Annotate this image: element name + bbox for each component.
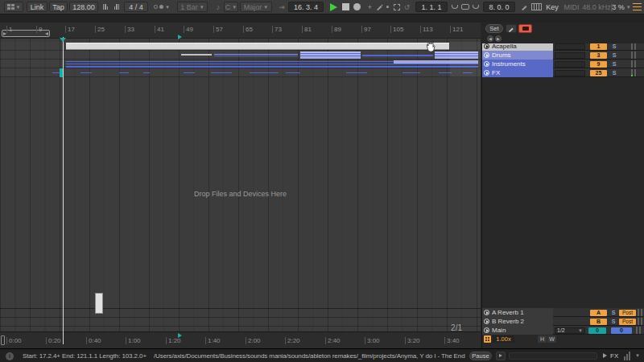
loop-button[interactable] [460,2,470,12]
punch-out-button[interactable] [472,2,480,12]
track-activator[interactable]: 9 [590,61,607,68]
track-fold-icon[interactable] [484,61,489,67]
fx-clip-fragment[interactable] [402,72,420,73]
time-ruler[interactable]: 0:000:200:401:001:201:402:002:202:403:00… [0,331,481,348]
link-button[interactable]: Link [27,2,47,12]
send-a-button[interactable]: A [590,310,607,316]
track-activator[interactable]: 25 [590,70,607,76]
time-ruler-handle[interactable] [1,335,5,345]
solo-button[interactable]: S [609,52,619,59]
zoom-amount-field[interactable]: 1.00x [493,335,514,343]
play-button[interactable] [328,2,338,12]
pause-analysis-button[interactable]: Pause [469,352,492,360]
tempo-field[interactable]: 128.00 [69,2,98,12]
analysis-resume-button[interactable] [496,352,506,360]
fold-icon[interactable] [484,319,489,324]
capture-midi-button[interactable] [392,2,402,12]
stop-button[interactable] [341,2,350,12]
quantize-menu[interactable]: 1 Bar▼ [177,2,208,12]
clip-lane-acapella[interactable] [0,42,481,51]
clip[interactable] [300,51,361,59]
main-track-row[interactable]: Main 1/2▼ 0 0 [482,326,644,335]
track-header-instruments[interactable]: Instruments9S [482,60,644,68]
tap-tempo-button[interactable]: Tap [49,2,68,12]
clip[interactable] [214,54,298,57]
main-volume-knob[interactable]: 0 [611,327,632,334]
solo-button[interactable]: S [609,319,617,325]
fx-clip-fragment[interactable] [80,72,92,73]
track-header-fx[interactable]: FX25S [482,68,644,77]
fx-clip-fragment[interactable] [119,72,129,73]
clip[interactable] [181,54,212,56]
play-start-marker-top[interactable] [178,35,182,39]
zoom-width-button[interactable]: W [547,335,556,343]
beat-time-ruler[interactable]: 191725334149576573818997105113121 [0,23,481,39]
play-start-marker-bottom[interactable] [178,333,182,338]
track-fold-icon[interactable] [484,52,489,58]
insert-marker-triangle[interactable] [60,38,66,42]
control-surface-button[interactable]: ▼ [4,2,23,12]
fx-clip-fragment[interactable] [52,72,60,73]
overdub-button[interactable]: + [366,2,374,12]
clip-lane-instruments[interactable] [0,60,481,68]
follow-button[interactable]: ⇥ [277,2,287,12]
track-activator[interactable]: 1 [590,43,607,50]
loop-start-field[interactable]: 1. 1. 1 [415,2,448,12]
set-locator-button[interactable]: Set [485,24,503,33]
return-track-a[interactable]: A Reverb 1 A S Post [482,308,644,317]
pre-post-toggle[interactable]: Post [619,310,636,316]
track-header-drums[interactable]: Drums3S [482,51,644,60]
grid-size-menu[interactable]: 1/2▼ [555,327,585,334]
re-enable-automation-button[interactable] [385,2,390,12]
draw-automation-button[interactable] [506,24,517,33]
zoom-height-button[interactable]: H [538,335,547,343]
arrangement-area[interactable]: Drop Files and Devices Here 2/1 [0,39,481,331]
cue-volume-knob[interactable]: 0 [588,327,606,334]
key-scale-menu[interactable]: Major▼ [240,2,272,12]
dragged-clip-ghost[interactable] [95,293,103,314]
draw-mode-button[interactable] [520,2,528,12]
menu-button[interactable] [632,2,642,12]
computer-midi-keyboard-button[interactable] [530,2,543,12]
track-fold-icon[interactable] [484,43,489,49]
fx-label[interactable]: FX [610,352,618,360]
time-signature-field[interactable]: 4 / 4 [124,2,148,12]
session-record-button[interactable]: ↺ [402,2,411,12]
loop-length-field[interactable]: 8. 0. 0 [483,2,515,12]
metronome-button[interactable]: ▼ [151,2,172,12]
output-meter-icon[interactable] [624,352,630,360]
punch-in-button[interactable] [451,2,459,12]
nudge-down-button[interactable] [101,2,110,12]
automation-arm-button[interactable] [375,2,383,12]
key-root-menu[interactable]: C▼ [224,2,238,12]
nudge-up-button[interactable] [112,2,122,12]
fold-icon[interactable] [484,327,489,333]
return-track-b[interactable]: B Reverb 2 B S Post [482,317,644,326]
fx-clip-fragment[interactable] [250,72,279,73]
solo-button[interactable]: S [609,61,619,68]
fx-clip-fragment[interactable] [286,72,300,73]
track-activator[interactable]: 3 [590,52,607,59]
key-map-button[interactable]: Key [544,2,560,12]
fx-clip-fragment[interactable] [184,72,195,73]
send-b-button[interactable]: B [590,319,607,325]
clip[interactable] [66,66,478,68]
clip[interactable] [362,55,433,56]
insert-marker-line[interactable] [63,37,64,344]
record-button[interactable] [353,2,361,12]
clip-lane-drums[interactable] [0,51,481,60]
back-to-arrangement-button[interactable] [518,24,532,33]
fx-clip-fragment[interactable] [143,72,150,73]
clip[interactable] [66,43,449,50]
previous-locator-button[interactable]: ◀ [487,35,493,42]
next-locator-button[interactable]: ▶ [495,35,502,42]
solo-button[interactable]: S [609,310,617,316]
arrangement-position-field[interactable]: 16. 3. 4 [288,2,324,12]
pre-post-toggle[interactable]: Post [619,319,636,325]
show-devices-arrow-icon[interactable] [603,353,607,358]
fold-icon[interactable] [484,310,489,315]
solo-button[interactable]: S [609,70,619,76]
midi-map-button[interactable]: MIDI [562,2,581,12]
clip-lane-fx[interactable] [0,68,481,77]
cpu-meter[interactable]: 3 %▼ [613,2,630,12]
